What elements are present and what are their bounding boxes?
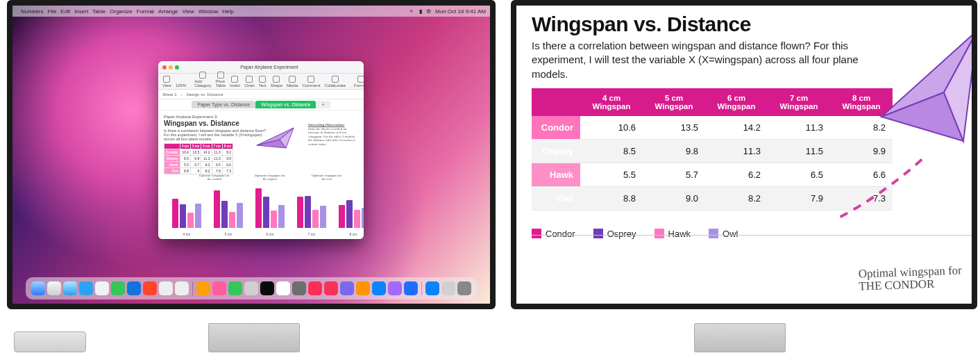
table-cell[interactable]: 9.8 bbox=[643, 139, 705, 163]
toolbar-shape-button[interactable]: Shape bbox=[271, 76, 282, 88]
table-cell[interactable]: 6.5 bbox=[212, 162, 222, 168]
dock-app-icon[interactable] bbox=[31, 281, 45, 295]
table-cell[interactable]: 6.6 bbox=[830, 163, 893, 186]
dock-app-icon[interactable] bbox=[79, 281, 93, 295]
toolbar-format-button[interactable]: Format bbox=[354, 76, 364, 88]
table-cell[interactable]: 10.6 bbox=[580, 116, 643, 140]
menubar-clock[interactable]: Mon Oct 18 9:41 AM bbox=[435, 8, 486, 15]
dock-app-icon[interactable] bbox=[127, 281, 141, 295]
dock-app-icon[interactable] bbox=[388, 281, 402, 295]
chart-bar[interactable] bbox=[255, 188, 262, 228]
table-cell[interactable]: 9.0 bbox=[643, 186, 705, 210]
dock-app-icon[interactable] bbox=[63, 281, 77, 295]
table-cell[interactable]: 8.2 bbox=[830, 116, 893, 140]
menubar-item[interactable]: Table bbox=[92, 8, 105, 15]
add-sheet-button[interactable]: + bbox=[316, 101, 330, 108]
dock-app-icon[interactable] bbox=[457, 281, 471, 295]
table-cell[interactable]: 11.3 bbox=[705, 139, 768, 163]
control-center-icon[interactable]: ⚙ bbox=[426, 8, 431, 15]
zoomed-document[interactable]: Wingspan vs. Distance Is there a correla… bbox=[516, 6, 972, 304]
table-cell[interactable]: 13.5 bbox=[643, 116, 705, 140]
toolbar-add-category-button[interactable]: Add Category bbox=[194, 72, 211, 88]
chart-bar[interactable] bbox=[172, 199, 178, 228]
toolbar-pivot-table-button[interactable]: Pivot Table bbox=[216, 72, 226, 88]
table-cell[interactable]: 6.2 bbox=[705, 163, 768, 186]
dock-app-icon[interactable] bbox=[441, 281, 455, 295]
chart-bar[interactable] bbox=[346, 200, 353, 228]
table-cell[interactable]: 8.8 bbox=[180, 168, 190, 174]
table-cell[interactable]: 9.9 bbox=[830, 139, 893, 163]
dock-app-icon[interactable] bbox=[175, 281, 189, 295]
table-cell[interactable]: 5.5 bbox=[580, 163, 643, 186]
chart-bar[interactable] bbox=[187, 213, 194, 228]
dock-app-icon[interactable] bbox=[143, 281, 157, 295]
table-cell[interactable]: 14.2 bbox=[201, 149, 212, 156]
toolbar-insert-button[interactable]: Insert bbox=[230, 76, 240, 88]
table-cell[interactable]: 11.5 bbox=[212, 156, 222, 162]
chart-bar[interactable] bbox=[221, 201, 228, 228]
chart-bar[interactable] bbox=[278, 205, 285, 228]
breadcrumb-item[interactable]: Sheet 1 bbox=[162, 92, 177, 97]
menubar-item[interactable]: File bbox=[47, 8, 56, 15]
bar-chart[interactable]: 4 cm 5 cm 6 cm 7 cm 8 cmOptimal wingspan… bbox=[164, 176, 358, 236]
dock-app-icon[interactable] bbox=[292, 281, 306, 295]
chart-bar[interactable] bbox=[312, 210, 319, 228]
chart-bar[interactable] bbox=[320, 206, 326, 228]
menubar-item[interactable]: Format bbox=[137, 8, 154, 15]
menubar-item[interactable]: Organize bbox=[110, 8, 132, 15]
dock-app-icon[interactable] bbox=[228, 281, 242, 295]
chart-bar[interactable] bbox=[263, 197, 269, 228]
menubar-item[interactable]: Help bbox=[222, 8, 233, 15]
chart-bar[interactable] bbox=[229, 212, 235, 228]
toolbar-view-button[interactable]: View bbox=[162, 76, 171, 88]
table-cell[interactable]: 11.5 bbox=[768, 139, 830, 163]
sheet-tab[interactable]: Paper Type vs. Distance bbox=[192, 101, 255, 108]
dock-app-icon[interactable] bbox=[340, 281, 354, 295]
wifi-icon[interactable]: ᯤ bbox=[409, 8, 415, 15]
dock-app-icon[interactable] bbox=[324, 281, 338, 295]
toolbar-text-button[interactable]: Text bbox=[259, 76, 267, 88]
toolbar-chart-button[interactable]: Chart bbox=[244, 76, 255, 88]
toolbar-media-button[interactable]: Media bbox=[287, 76, 298, 88]
table-cell[interactable]: 6.2 bbox=[201, 162, 212, 168]
breadcrumb-item[interactable]: Design vs. Distance bbox=[187, 92, 223, 97]
toolbar-collaborate-button[interactable]: Collaborate bbox=[324, 76, 346, 88]
dock-app-icon[interactable] bbox=[425, 281, 439, 295]
table-cell[interactable]: 6.5 bbox=[768, 163, 830, 186]
sheet-tab[interactable]: Wingspan vs. Distance bbox=[255, 101, 316, 108]
window-titlebar[interactable]: Paper Airplane Experiment bbox=[158, 61, 364, 74]
numbers-window[interactable]: Paper Airplane Experiment View 125%Add C… bbox=[158, 61, 364, 239]
dock-app-icon[interactable] bbox=[308, 281, 322, 295]
dock-app-icon[interactable] bbox=[95, 281, 109, 295]
table-cell[interactable]: 11.3 bbox=[768, 116, 830, 140]
dock-app-icon[interactable] bbox=[404, 281, 418, 295]
table-cell[interactable]: 8.8 bbox=[580, 186, 643, 210]
table-cell[interactable]: 8.2 bbox=[222, 149, 233, 156]
table-cell[interactable]: 10.6 bbox=[180, 149, 190, 156]
table-cell[interactable]: 8.5 bbox=[180, 156, 190, 162]
close-icon[interactable] bbox=[162, 65, 167, 69]
table-cell[interactable]: 9.8 bbox=[191, 156, 201, 162]
data-table[interactable]: 4 cm Wingspan5 cm Wingspan6 cm Wingspan7… bbox=[532, 88, 893, 211]
document-canvas[interactable]: Paper Airplane Experiment 3: Wingspan vs… bbox=[158, 110, 364, 239]
table-cell[interactable]: 6.6 bbox=[222, 162, 233, 168]
macos-desktop[interactable]: NumbersFileEditInsertTableOrganizeFormat… bbox=[12, 6, 490, 304]
menubar-item[interactable]: Edit bbox=[60, 8, 70, 15]
table-cell[interactable]: 7.9 bbox=[768, 186, 830, 210]
table-cell[interactable]: 11.3 bbox=[212, 149, 222, 156]
dock-app-icon[interactable] bbox=[244, 281, 258, 295]
data-table[interactable]: 4 cm5 cm6 cm7 cm8 cmCondor10.613.514.211… bbox=[164, 143, 233, 174]
menubar-item[interactable]: Window bbox=[198, 8, 218, 15]
dock-app-icon[interactable] bbox=[372, 281, 386, 295]
chart-bar[interactable] bbox=[362, 208, 364, 228]
dock-app-icon[interactable] bbox=[47, 281, 61, 295]
table-cell[interactable]: 5.7 bbox=[191, 162, 201, 168]
table-cell[interactable]: 14.2 bbox=[705, 116, 768, 140]
chart-bar[interactable] bbox=[297, 197, 303, 228]
minimize-icon[interactable] bbox=[169, 65, 173, 69]
battery-icon[interactable]: ▮ bbox=[419, 8, 422, 15]
table-cell[interactable]: 5.5 bbox=[180, 162, 190, 168]
dock-app-icon[interactable] bbox=[356, 281, 370, 295]
table-cell[interactable]: 5.7 bbox=[643, 163, 705, 186]
chart-bar[interactable] bbox=[271, 211, 277, 228]
